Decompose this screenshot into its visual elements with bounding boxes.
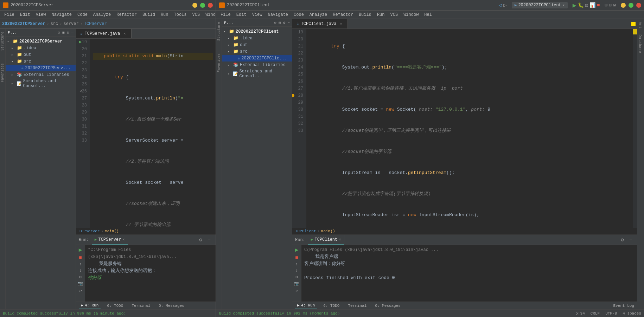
menu-window-right[interactable]: Window	[401, 11, 421, 19]
menu-run-left[interactable]: Run	[158, 11, 171, 19]
right-split-h[interactable]: ⊞	[605, 2, 608, 8]
left-structure-label[interactable]: Structure	[0, 29, 5, 53]
right-camera[interactable]: 📷	[294, 281, 299, 286]
left-tree-root[interactable]: ▾ 📁 20200222TCPServer	[6, 38, 76, 45]
left-tree-out[interactable]: ▸ 📁 out	[6, 51, 76, 58]
right-config-dropdown[interactable]: ▶ 20200222TCPClient ▾	[512, 2, 568, 8]
right-run-settings[interactable]: ⚙	[619, 237, 626, 244]
left-scroll-up[interactable]: ↑	[79, 262, 82, 267]
left-panel-icon1[interactable]: ⊙	[58, 30, 60, 35]
right-bottom-messages[interactable]: 0: Messages	[373, 302, 403, 309]
left-bottom-terminal[interactable]: Terminal	[129, 302, 152, 309]
menu-tools-left[interactable]: Tools	[171, 11, 190, 19]
left-panel-tab[interactable]: P...	[8, 31, 17, 35]
right-bottom-run[interactable]: ▶ 4: Run	[295, 302, 317, 309]
right-tab-close[interactable]: ×	[338, 21, 343, 26]
left-run-tab-close[interactable]: ×	[122, 238, 125, 242]
right-nav-forward[interactable]: ▷	[503, 2, 507, 9]
menu-navigate-right[interactable]: Navigate	[265, 11, 291, 19]
right-play-btn[interactable]: ▶	[295, 246, 299, 253]
right-tree-main-file[interactable]: ☕ 20200222TCPClie...	[222, 55, 292, 62]
menu-run-right[interactable]: Run	[374, 11, 388, 19]
right-panel-icon2[interactable]: ⊞	[279, 20, 281, 25]
left-scroll-down[interactable]: ↓	[79, 268, 82, 273]
left-camera[interactable]: 📷	[78, 281, 83, 286]
left-tab-close[interactable]: ×	[122, 31, 127, 36]
left-play-btn[interactable]: ▶	[79, 246, 82, 253]
left-tree-idea[interactable]: ▸ 📁 .idea	[6, 45, 76, 51]
left-path-tcpserver[interactable]: TCPServer	[84, 21, 107, 26]
right-close-btn[interactable]	[636, 3, 641, 8]
right-run-tab-close[interactable]: ×	[339, 238, 341, 242]
left-run-settings[interactable]: ⚙	[197, 237, 204, 244]
left-bottom-todo[interactable]: 6: TODO	[105, 302, 125, 309]
right-panel-close[interactable]: −	[287, 20, 290, 25]
menu-analyze-right[interactable]: Analyze	[307, 11, 330, 19]
left-wrap[interactable]: ↵	[79, 288, 82, 293]
left-panel-close[interactable]: −	[71, 30, 74, 35]
right-event-log[interactable]: Event Log	[613, 304, 634, 308]
right-debug-btn[interactable]: 🐛	[578, 2, 584, 8]
left-run-gutter-19[interactable]: ▶	[79, 39, 82, 46]
right-panel-tab[interactable]: P...	[224, 21, 233, 25]
database-label[interactable]: Database	[637, 32, 644, 56]
right-rerun[interactable]: ⊙	[295, 274, 298, 280]
right-nav-back[interactable]: ◁	[498, 2, 502, 9]
right-coverage-btn[interactable]: ☑	[585, 2, 588, 8]
right-split-v[interactable]: ⊟	[609, 2, 612, 8]
right-tab-tcpclient[interactable]: ☕ TCPClient.java ×	[292, 19, 348, 28]
right-editor-scrollbar[interactable]	[633, 29, 637, 228]
right-tree-root[interactable]: ▾ 📁 20200222TCPClient	[222, 28, 292, 35]
menu-build-right[interactable]: Build	[356, 11, 374, 19]
right-bottom-todo[interactable]: 6: TODO	[321, 302, 342, 309]
right-scroll-up[interactable]: ↑	[295, 262, 298, 267]
right-panel-settings[interactable]: ⚙	[283, 20, 286, 25]
left-run-tab[interactable]: ▶ TCPServer ×	[92, 235, 128, 245]
left-minimize-btn[interactable]	[192, 3, 197, 8]
right-tree-scratches[interactable]: ▸ 📝 Scratches and Consol...	[222, 68, 292, 79]
left-tree-scratches[interactable]: ▸ 📝 Scratches and Consol...	[6, 78, 76, 89]
right-minimize-btn[interactable]	[621, 3, 626, 8]
right-run-minimize[interactable]: −	[627, 237, 634, 244]
menu-vcs-left[interactable]: VCS	[190, 11, 203, 19]
left-maximize-btn[interactable]	[200, 3, 205, 8]
right-panel-icon1[interactable]: ⊙	[274, 20, 277, 25]
menu-build-left[interactable]: Build	[140, 11, 158, 19]
left-tree-src[interactable]: ▾ 📁 src	[6, 58, 76, 65]
right-profile-btn[interactable]: 📊	[589, 2, 595, 8]
left-run-minimize[interactable]: −	[206, 237, 213, 244]
right-tree-out[interactable]: ▸ 📁 out	[222, 41, 292, 48]
right-run-btn[interactable]: ▶	[573, 1, 576, 9]
menu-view-left[interactable]: View	[33, 11, 49, 19]
left-panel-settings[interactable]: ⚙	[67, 30, 69, 35]
left-project-name[interactable]: 20200222TCPServer	[2, 21, 45, 26]
menu-file-left[interactable]: File	[1, 11, 17, 19]
menu-refactor-left[interactable]: Refactor	[114, 11, 140, 19]
right-scroll-down[interactable]: ↓	[295, 268, 298, 273]
left-bottom-run[interactable]: ▶ 4: Run	[79, 302, 101, 309]
left-stop-btn[interactable]: ■	[79, 255, 82, 260]
menu-help-right[interactable]: Hel	[421, 11, 435, 19]
right-maximize-btn[interactable]	[629, 3, 633, 8]
menu-view-right[interactable]: View	[249, 11, 265, 19]
left-bottom-messages[interactable]: 0: Messages	[157, 302, 186, 309]
left-tree-main-file[interactable]: ☕ 20200222TCPServ...	[6, 65, 76, 71]
right-stop-btn[interactable]: ■	[597, 2, 600, 8]
menu-code-left[interactable]: Code	[75, 11, 90, 19]
menu-vcs-right[interactable]: VCS	[388, 11, 401, 19]
right-run-tab[interactable]: ▶ TCPClient ×	[308, 235, 344, 245]
menu-analyze-left[interactable]: Analyze	[90, 11, 114, 19]
menu-file-right[interactable]: File	[218, 11, 234, 19]
menu-code-right[interactable]: Code	[291, 11, 307, 19]
right-bottom-terminal[interactable]: Terminal	[346, 302, 369, 309]
right-favorites-label[interactable]: Favorites	[216, 51, 222, 75]
ant-label[interactable]: Ant	[637, 19, 644, 32]
right-tree-idea[interactable]: ▸ 📁 .idea	[222, 35, 292, 41]
right-structure-label[interactable]: Structure	[216, 19, 222, 44]
left-tree-ext-libs[interactable]: ▸ 📚 External Libraries	[6, 71, 76, 78]
menu-edit-right[interactable]: Edit	[234, 11, 249, 19]
menu-navigate-left[interactable]: Navigate	[49, 11, 75, 19]
right-stop-btn[interactable]: ■	[295, 255, 298, 260]
right-tree-ext-libs[interactable]: ▸ 📚 External Libraries	[222, 62, 292, 68]
left-close-btn[interactable]	[208, 3, 213, 8]
